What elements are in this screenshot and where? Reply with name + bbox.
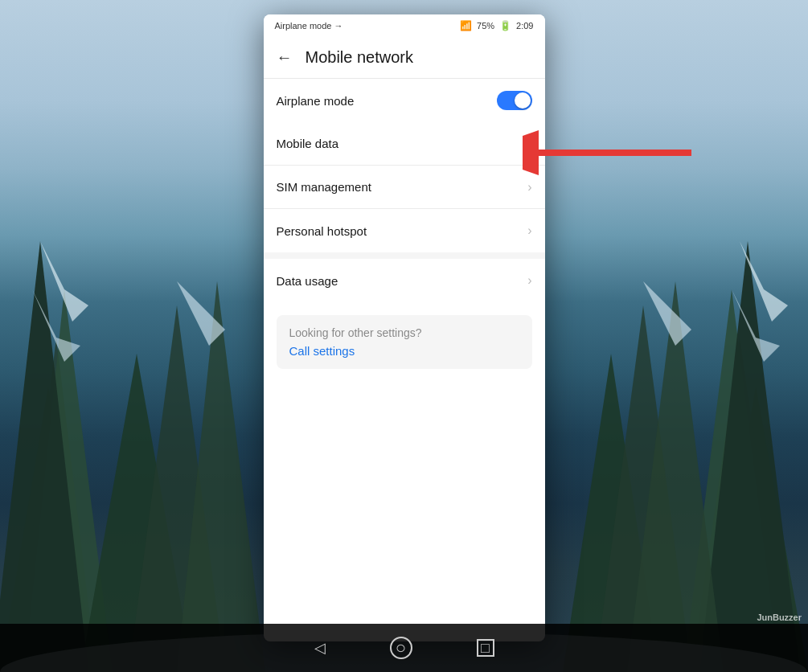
sim-icon: 📶 [460, 20, 472, 31]
back-nav-button[interactable]: ◁ [314, 639, 326, 657]
section-network: Mobile data › SIM management › Personal … [264, 122, 545, 252]
home-nav-button[interactable]: ○ [390, 637, 412, 659]
personal-hotspot-right: › [527, 223, 531, 238]
airplane-mode-toggle[interactable] [497, 91, 532, 110]
personal-hotspot-label: Personal hotspot [277, 224, 367, 238]
status-bar-left: Airplane mode → [275, 21, 343, 31]
recent-nav-button[interactable]: □ [477, 639, 494, 657]
airplane-mode-status: Airplane mode → [275, 21, 343, 31]
battery-icon: 🔋 [499, 20, 511, 31]
section-divider [264, 252, 545, 259]
page-title: Mobile network [306, 48, 414, 67]
personal-hotspot-item[interactable]: Personal hotspot › [264, 209, 545, 252]
sim-management-label: SIM management [277, 180, 371, 194]
svg-marker-19 [643, 281, 691, 346]
data-usage-chevron: › [527, 273, 531, 288]
back-button[interactable]: ← [277, 48, 293, 67]
data-usage-right: › [527, 273, 531, 288]
mobile-data-item[interactable]: Mobile data › [264, 122, 545, 166]
data-usage-label: Data usage [277, 274, 338, 288]
section-airplane: Airplane mode [264, 79, 545, 122]
info-box: Looking for other settings? Call setting… [277, 315, 532, 369]
airplane-mode-label: Airplane mode [277, 94, 355, 108]
watermark: JunBuzzer [757, 613, 802, 622]
sim-management-chevron: › [527, 180, 531, 195]
navigation-bar: ◁ ○ □ [0, 624, 808, 672]
title-bar: ← Mobile network [264, 37, 545, 79]
info-box-title: Looking for other settings? [289, 326, 519, 339]
personal-hotspot-chevron: › [527, 223, 531, 238]
clock: 2:09 [516, 21, 533, 31]
airplane-mode-item[interactable]: Airplane mode [264, 79, 545, 122]
status-bar: Airplane mode → 📶 75% 🔋 2:09 [264, 14, 545, 37]
sim-management-right: › [527, 180, 531, 195]
status-bar-right: 📶 75% 🔋 2:09 [460, 20, 533, 31]
mobile-data-label: Mobile data [277, 137, 339, 150]
call-settings-link[interactable]: Call settings [289, 344, 519, 358]
mobile-data-right: › [527, 137, 531, 151]
battery-percent: 75% [477, 21, 494, 31]
phone-frame: Airplane mode → 📶 75% 🔋 2:09 ← Mobile ne… [264, 14, 545, 641]
mobile-data-chevron: › [527, 137, 531, 151]
airplane-mode-right [497, 91, 532, 110]
sim-management-item[interactable]: SIM management › [264, 166, 545, 209]
data-usage-item[interactable]: Data usage › [264, 259, 545, 302]
section-data-usage: Data usage › [264, 259, 545, 302]
